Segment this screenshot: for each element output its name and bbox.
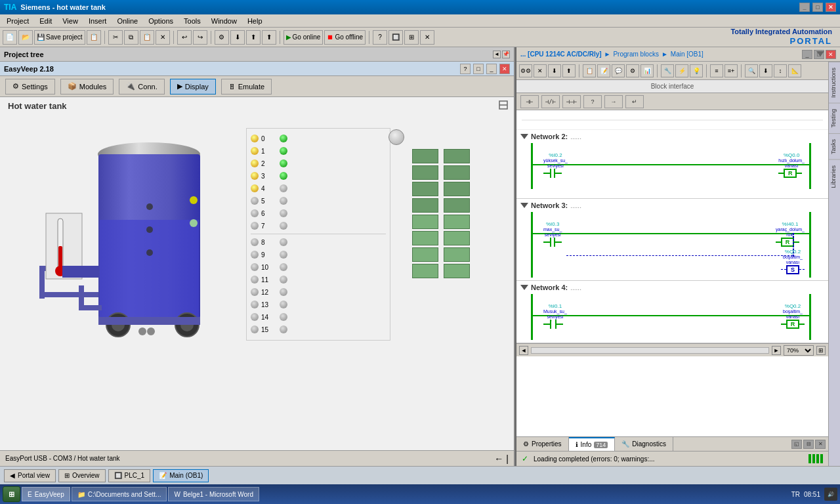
scroll-left[interactable]: ◄ (519, 346, 528, 355)
menu-help[interactable]: Help (243, 16, 266, 26)
output-btn-1-5[interactable] (444, 231, 470, 245)
collapse-icon[interactable] (498, 100, 509, 112)
notification-area[interactable]: 🔊 (824, 488, 837, 501)
menu-view[interactable]: View (58, 16, 82, 26)
tb8[interactable]: ⚙ (626, 64, 639, 77)
output-btn-1-6[interactable] (444, 247, 470, 262)
taskbar-word[interactable]: W Belge1 - Microsoft Word (168, 487, 259, 501)
output-btn-1-4[interactable] (444, 215, 470, 229)
overview-button[interactable]: ⊞ (404, 30, 419, 45)
compile-button[interactable]: ⚙ (215, 30, 229, 45)
tb13[interactable]: ≡ (710, 64, 723, 77)
copy-button[interactable]: ⧉ (124, 30, 138, 45)
easyvp-close[interactable]: ✕ (499, 64, 510, 74)
output-btn-1-0[interactable] (444, 149, 470, 163)
start-button[interactable]: ⊞ (3, 486, 20, 502)
taskbar-folder[interactable]: 📁 C:\Documents and Sett... (72, 487, 167, 501)
help-button[interactable]: ? (373, 30, 387, 45)
tb18[interactable]: 📐 (788, 64, 801, 77)
upload2-button[interactable]: ⬆ (262, 30, 276, 45)
plc1-tab[interactable]: 🔲 PLC_1 (108, 469, 151, 482)
output-btn-0-7[interactable] (412, 264, 438, 278)
scrollbar-track[interactable] (531, 347, 769, 354)
tab-properties[interactable]: ⚙ Properties (516, 437, 569, 451)
tb4[interactable]: ⬆ (562, 64, 576, 77)
delete-net-btn[interactable]: ✕ (534, 64, 547, 77)
tb17[interactable]: ↕ (774, 64, 787, 77)
output-btn-0-6[interactable] (412, 247, 438, 262)
delete-button[interactable]: ✕ (156, 30, 170, 45)
tia-minimize-button[interactable]: _ (802, 50, 812, 59)
tia-bottom-btn2[interactable]: ⊟ (803, 440, 814, 449)
menu-edit[interactable]: Edit (35, 16, 56, 26)
portal-view-button[interactable]: ◀ Portal view (4, 469, 56, 482)
upload-button[interactable]: ⬆ (246, 30, 261, 45)
output-btn-0-4[interactable] (412, 215, 438, 229)
redo-button[interactable]: ↪ (193, 30, 207, 45)
modules-button[interactable]: 📦 Modules (60, 79, 114, 94)
coil2-btn[interactable]: ↵ (625, 95, 644, 108)
network-4-collapse[interactable] (520, 285, 528, 290)
menu-project[interactable]: Project (3, 16, 33, 26)
contact-pos-btn[interactable]: ⊣—⊢ (562, 95, 581, 108)
tb5[interactable]: 📋 (583, 64, 596, 77)
zoom-select[interactable]: 70% 100% 50% (784, 345, 814, 356)
sidebar-tab-tasks[interactable]: Tasks (829, 133, 840, 159)
tb7[interactable]: 💬 (612, 64, 625, 77)
tb12[interactable]: 💡 (690, 64, 703, 77)
output-btn-1-7[interactable] (444, 264, 470, 278)
easyvp-help[interactable]: ? (460, 64, 471, 74)
menu-window[interactable]: Window (207, 16, 241, 26)
easyvp-restore[interactable]: □ (473, 64, 484, 74)
tb11[interactable]: ⚡ (675, 64, 688, 77)
portal-button[interactable]: 🔲 (388, 30, 403, 45)
project-tree-pin[interactable]: 📌 (502, 51, 510, 58)
output-btn-0-2[interactable] (412, 182, 438, 196)
networks-area[interactable]: Network 2: ...... %I0.2 (516, 110, 828, 436)
tab-diagnostics[interactable]: 🔧 Diagnostics (615, 437, 673, 451)
sidebar-tab-testing[interactable]: Testing (829, 103, 840, 133)
tb6[interactable]: 📝 (597, 64, 610, 77)
go-offline-button[interactable]: ⏹Go offline (324, 30, 366, 45)
emulate-button[interactable]: 🎚 Emulate (221, 79, 272, 94)
tb9[interactable]: 📊 (640, 64, 654, 77)
taskbar-easyvp[interactable]: E EasyVeep (22, 487, 70, 501)
contact-special-btn[interactable]: ? (583, 95, 602, 108)
close-all-button[interactable]: ✕ (420, 30, 434, 45)
output-btn-1-2[interactable] (444, 182, 470, 196)
nav-left-arrow[interactable]: ← (494, 453, 503, 464)
paste-button[interactable]: 📋 (140, 30, 154, 45)
scroll-right[interactable]: ► (772, 346, 781, 355)
cut-button[interactable]: ✂ (108, 30, 123, 45)
output-btn-0-0[interactable] (412, 149, 438, 163)
tb16[interactable]: ⬇ (759, 64, 772, 77)
tab-info[interactable]: ℹ Info 714 (569, 437, 616, 451)
go-online-button[interactable]: ▶Go online (284, 30, 324, 45)
menu-options[interactable]: Options (144, 16, 177, 26)
tb3[interactable]: ⬇ (548, 64, 561, 77)
output-btn-0-3[interactable] (412, 198, 438, 213)
overview-tab[interactable]: ⊞ Overview (58, 469, 106, 482)
save-project-button[interactable]: 💾Save project (34, 30, 85, 45)
output-panel[interactable] (412, 149, 470, 278)
conn-button[interactable]: 🔌 Conn. (119, 79, 164, 94)
sidebar-tab-libraries[interactable]: Libraries (829, 159, 840, 194)
tia-close-button[interactable]: ✕ (826, 50, 836, 59)
menu-insert[interactable]: Insert (85, 16, 111, 26)
menu-online[interactable]: Online (113, 16, 142, 26)
open-button[interactable]: 📂 (18, 30, 33, 45)
download-button[interactable]: ⬇ (230, 30, 245, 45)
project-tree-collapse[interactable]: ◄ (493, 51, 501, 58)
sidebar-tab-instructions[interactable]: Instructions (829, 62, 840, 103)
tb14[interactable]: ≡+ (724, 64, 738, 77)
main-ob1-tab[interactable]: 📝 Main (OB1) (153, 469, 209, 482)
undo-button[interactable]: ↩ (177, 30, 192, 45)
new-button[interactable]: 📄 (3, 30, 17, 45)
minimize-button[interactable]: _ (799, 3, 810, 12)
contact-nc-btn[interactable]: ⊣/⊢ (541, 95, 560, 108)
output-btn-1-3[interactable] (444, 198, 470, 213)
close-button[interactable]: ✕ (826, 3, 836, 12)
compile-btn[interactable]: ⚙⚙ (519, 64, 532, 77)
tia-bottom-btn3[interactable]: ✕ (815, 440, 826, 449)
easyvp-minimize[interactable]: _ (486, 64, 497, 74)
